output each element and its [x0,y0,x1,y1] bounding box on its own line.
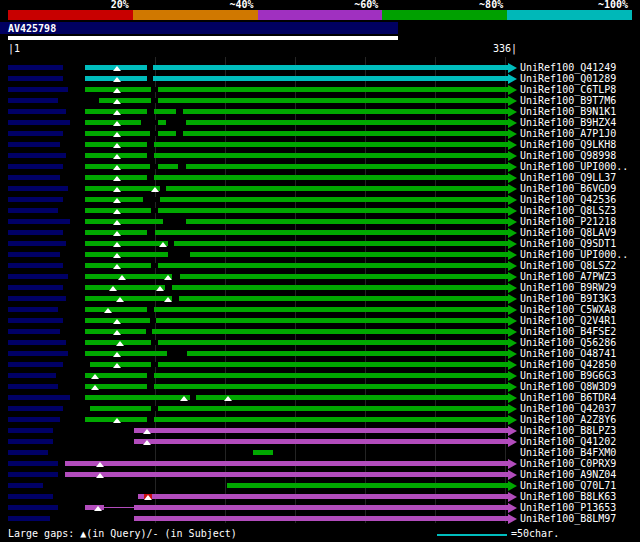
hit-label[interactable]: UniRef100_Q01289 [520,73,616,84]
hit-label[interactable]: UniRef100_B9I3K3 [520,293,616,304]
hit-alignment-bar[interactable] [85,131,508,136]
hit-label[interactable]: UniRef100_Q8W3D9 [520,381,616,392]
bar-continues-arrow [508,426,517,436]
hit-label[interactable]: UniRef100_B8LPZ3 [520,425,616,436]
hit-label[interactable]: UniRef100_Q8LSZ3 [520,205,616,216]
hit-alignment-bar[interactable] [138,494,508,499]
hit-alignment-bar[interactable] [85,274,508,279]
left-gutter-bar [8,362,63,367]
hit-label[interactable]: UniRef100_C5WXA8 [520,304,616,315]
hit-label[interactable]: UniRef100_B6TDR4 [520,392,616,403]
hit-alignment-bar[interactable] [253,450,273,455]
left-gutter-bar [8,252,60,257]
hit-alignment-bar[interactable] [227,483,508,488]
hit-label[interactable]: UniRef100_UPI000.. [520,249,628,260]
hit-label[interactable]: UniRef100_B9G6G3 [520,370,616,381]
hit-label[interactable]: UniRef100_B9HZX4 [520,117,616,128]
hit-label[interactable]: UniRef100_Q56286 [520,337,616,348]
hit-label[interactable]: UniRef100_A2Z8Y6 [520,414,616,425]
identity-scale-bar [8,10,632,20]
hit-label[interactable]: UniRef100_P21218 [520,216,616,227]
hit-label[interactable]: UniRef100_A7P1J0 [520,128,616,139]
hit-label[interactable]: UniRef100_Q42037 [520,403,616,414]
hit-label[interactable]: UniRef100_B8LM97 [520,513,616,524]
hit-label[interactable]: UniRef100_A9NZ04 [520,469,616,480]
hit-label[interactable]: UniRef100_B4FSE2 [520,326,616,337]
hit-label[interactable]: UniRef100_Q42850 [520,359,616,370]
alignment-gap [141,120,158,125]
hit-alignment-bar[interactable] [85,340,508,345]
query-gap-marker [113,176,121,181]
bar-continues-arrow [508,371,517,381]
hit-label[interactable]: UniRef100_O48741 [520,348,616,359]
hit-label[interactable]: UniRef100_C6TLP8 [520,84,616,95]
hit-alignment-bar[interactable] [85,395,508,400]
hit-label[interactable]: UniRef100_A7PWZ3 [520,271,616,282]
hit-alignment-bar[interactable] [85,285,508,290]
query-gap-marker [94,506,102,511]
query-gap-marker [113,418,121,423]
bar-continues-arrow [508,349,517,359]
hit-alignment-bar[interactable] [85,87,508,92]
hit-label[interactable]: UniRef100_B8LK63 [520,491,616,502]
hit-alignment-bar[interactable] [85,505,508,510]
hit-label[interactable]: UniRef100_Q2V4R1 [520,315,616,326]
hit-label[interactable]: UniRef100_Q41249 [520,62,616,73]
hit-alignment-bar[interactable] [85,252,508,257]
left-gutter-bar [8,98,58,103]
bar-continues-arrow [508,492,517,502]
hit-label[interactable]: UniRef100_Q98998 [520,150,616,161]
hit-label[interactable]: UniRef100_Q9LL37 [520,172,616,183]
alignment-gap [172,274,180,279]
hit-label[interactable]: UniRef100_Q8LSZ2 [520,260,616,271]
hit-alignment-bar[interactable] [65,472,508,477]
alignment-gap [151,362,158,367]
hit-label[interactable]: UniRef100_B9RW29 [520,282,616,293]
hit-alignment-bar[interactable] [85,241,508,246]
hit-label[interactable]: UniRef100_B6VGD9 [520,183,616,194]
hit-alignment-bar[interactable] [134,428,508,433]
hit-label[interactable]: UniRef100_B4FXM0 [520,447,616,458]
hit-alignment-bar[interactable] [134,516,508,521]
hit-alignment-bar[interactable] [85,219,508,224]
hit-alignment-bar[interactable] [85,208,508,213]
query-gap-marker [143,440,151,445]
hit-label[interactable]: UniRef100_B9T7M6 [520,95,616,106]
alignment-gap [166,120,186,125]
left-gutter-bar [8,175,60,180]
bar-continues-arrow [508,514,517,524]
alignment-gap [167,351,187,356]
bar-continues-arrow [508,360,517,370]
hit-alignment-bar[interactable] [85,186,508,191]
hit-label[interactable]: UniRef100_Q9LKH8 [520,139,616,150]
hit-alignment-bar[interactable] [134,439,508,444]
hit-label[interactable]: UniRef100_B9N1K1 [520,106,616,117]
hit-alignment-bar[interactable] [65,461,508,466]
hit-label[interactable]: UniRef100_Q70L71 [520,480,616,491]
alignment-gap [150,164,158,169]
hit-alignment-bar[interactable] [99,98,508,103]
query-name[interactable]: AV425798 [8,23,56,34]
hit-label[interactable]: UniRef100_UPI000.. [520,161,628,172]
hit-alignment-bar[interactable] [85,351,508,356]
left-gutter-bar [8,450,48,455]
gridline [225,57,226,523]
left-gutter-bar [8,274,68,279]
hit-alignment-bar[interactable] [85,263,508,268]
hit-label[interactable]: UniRef100_Q42536 [520,194,616,205]
hit-alignment-bar[interactable] [85,318,508,323]
alignment-gap [147,65,153,70]
hit-label[interactable]: UniRef100_Q41202 [520,436,616,447]
query-gap-marker [113,231,121,236]
hit-alignment-bar[interactable] [85,164,508,169]
query-gap-marker [91,385,99,390]
hit-alignment-bar[interactable] [85,296,508,301]
hit-label[interactable]: UniRef100_Q9SDT1 [520,238,616,249]
hit-label[interactable]: UniRef100_C0PRX9 [520,458,616,469]
query-gap-marker [113,220,121,225]
fifty-char-ruler-label: =50char. [511,528,559,539]
alignment-gap [147,142,154,147]
query-gap-marker [104,308,112,313]
hit-label[interactable]: UniRef100_Q8LAV9 [520,227,616,238]
hit-label[interactable]: UniRef100_P13653 [520,502,616,513]
